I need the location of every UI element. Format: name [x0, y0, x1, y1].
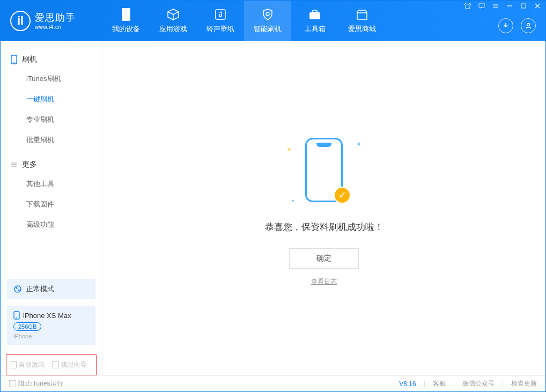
svg-rect-3	[309, 12, 320, 19]
mode-label: 正常模式	[26, 284, 54, 294]
sidebar-header-label: 更多	[22, 160, 37, 169]
app-header: il 爱思助手 www.i4.cn 我的设备 应用游戏 铃声壁纸 智能刷机 工具…	[1, 1, 545, 41]
device-box[interactable]: iPhone XS Max 256GB iPhone	[7, 306, 95, 345]
svg-point-13	[527, 24, 530, 26]
app-name-cn: 爱思助手	[35, 11, 76, 24]
sidebar-item-oneclick-flash[interactable]: 一键刷机	[1, 89, 102, 109]
tab-label: 应用游戏	[159, 24, 187, 34]
minimize-button[interactable]	[506, 2, 513, 10]
device-type: iPhone	[13, 333, 89, 339]
block-itunes-checkbox[interactable]: 阻止iTunes运行	[9, 379, 63, 388]
toolbox-icon	[308, 8, 321, 21]
skip-guide-checkbox[interactable]: 跳过向导	[52, 360, 87, 369]
skin-icon[interactable]	[464, 2, 471, 10]
separator: |	[502, 380, 504, 388]
mode-box[interactable]: 正常模式	[7, 279, 95, 299]
sidebar-item-advanced[interactable]: 高级功能	[1, 215, 102, 235]
tab-label: 我的设备	[112, 24, 140, 34]
auto-activate-label: 自动激活	[19, 361, 45, 368]
shield-icon	[261, 8, 274, 21]
svg-point-20	[16, 287, 18, 289]
music-icon	[214, 8, 227, 21]
version-label: V8.16	[399, 380, 416, 388]
nav-tabs: 我的设备 应用游戏 铃声壁纸 智能刷机 工具箱 爱思商城	[102, 1, 386, 41]
tab-label: 工具箱	[305, 24, 326, 34]
svg-point-19	[14, 286, 21, 292]
device-name: iPhone XS Max	[23, 312, 71, 320]
svg-point-2	[266, 12, 269, 16]
tab-label: 铃声壁纸	[206, 24, 234, 34]
check-update-link[interactable]: 检查更新	[511, 379, 537, 388]
tab-label: 智能刷机	[254, 24, 282, 34]
main-content: ✦ ✦ • ✓ 恭喜您，保资料刷机成功啦！ 确定 查看日志	[102, 41, 545, 375]
sidebar-item-batch-flash[interactable]: 批量刷机	[1, 130, 102, 150]
sidebar-group-flash: 刷机 iTunes刷机 一键刷机 专业刷机 批量刷机	[1, 50, 102, 150]
menu-icon[interactable]	[492, 2, 499, 10]
checkbox-icon	[9, 380, 16, 387]
mode-icon	[13, 285, 22, 293]
sidebar-header-flash: 刷机	[1, 50, 102, 69]
store-icon	[356, 8, 368, 21]
tab-apps-games[interactable]: 应用游戏	[150, 1, 197, 41]
sidebar-item-download-firmware[interactable]: 下载固件	[1, 194, 102, 215]
sparkle-icon: ✦	[286, 146, 292, 153]
ok-button[interactable]: 确定	[289, 248, 359, 269]
tab-my-device[interactable]: 我的设备	[102, 1, 150, 41]
footer-right: V8.16 | 客服 | 微信公众号 | 检查更新	[399, 379, 537, 388]
tab-toolbox[interactable]: 工具箱	[291, 1, 338, 41]
device-storage-badge: 256GB	[13, 322, 41, 331]
checkbox-icon	[52, 361, 59, 368]
check-badge-icon: ✓	[334, 187, 351, 204]
success-illustration: ✦ ✦ • ✓	[276, 130, 372, 210]
maximize-button[interactable]	[520, 2, 527, 10]
sidebar-header-label: 刷机	[22, 55, 37, 64]
sidebar-item-pro-flash[interactable]: 专业刷机	[1, 109, 102, 130]
logo-area: il 爱思助手 www.i4.cn	[1, 11, 102, 31]
checkbox-icon	[10, 361, 17, 368]
separator: |	[453, 380, 455, 388]
svg-rect-5	[479, 3, 484, 8]
cube-icon	[167, 8, 180, 21]
tab-ringtone-wallpaper[interactable]: 铃声壁纸	[197, 1, 244, 41]
view-log-link[interactable]: 查看日志	[311, 277, 337, 286]
svg-point-15	[13, 62, 14, 63]
logo-icon: il	[10, 11, 31, 31]
svg-rect-4	[313, 10, 317, 12]
sidebar-item-itunes-flash[interactable]: iTunes刷机	[1, 69, 102, 89]
feedback-icon[interactable]	[478, 2, 485, 10]
tab-smart-flash[interactable]: 智能刷机	[244, 1, 291, 41]
logo-text: 爱思助手 www.i4.cn	[35, 11, 76, 30]
device-name-row: iPhone XS Max	[13, 311, 89, 320]
svg-rect-0	[122, 8, 130, 21]
window-controls	[464, 2, 541, 10]
sparkle-icon: •	[292, 197, 294, 205]
sidebar: 刷机 iTunes刷机 一键刷机 专业刷机 批量刷机 更多 其他工具 下载固件 …	[1, 41, 102, 375]
sidebar-group-more: 更多 其他工具 下载固件 高级功能	[1, 156, 102, 235]
svg-point-23	[16, 317, 17, 319]
device-icon	[120, 8, 132, 21]
phone-icon	[10, 55, 18, 64]
download-button[interactable]	[498, 18, 513, 33]
skip-guide-label: 跳过向导	[61, 361, 87, 368]
header-action-icons	[498, 18, 536, 33]
user-button[interactable]	[521, 18, 536, 33]
footer-left: 阻止iTunes运行	[9, 379, 63, 388]
options-highlight-box: 自动激活 跳过向导	[6, 354, 97, 375]
sidebar-header-more: 更多	[1, 156, 102, 174]
tab-label: 爱思商城	[348, 24, 376, 34]
customer-service-link[interactable]: 客服	[433, 379, 446, 388]
sparkle-icon: ✦	[356, 140, 361, 148]
wechat-link[interactable]: 微信公众号	[462, 379, 495, 388]
app-name-en: www.i4.cn	[35, 24, 76, 30]
tab-store[interactable]: 爱思商城	[338, 1, 386, 41]
svg-point-21	[18, 290, 20, 291]
list-icon	[10, 161, 18, 168]
block-itunes-label: 阻止iTunes运行	[18, 380, 63, 387]
auto-activate-checkbox[interactable]: 自动激活	[10, 360, 45, 369]
body: 刷机 iTunes刷机 一键刷机 专业刷机 批量刷机 更多 其他工具 下载固件 …	[1, 41, 545, 375]
sidebar-item-other-tools[interactable]: 其他工具	[1, 174, 102, 194]
footer: 阻止iTunes运行 V8.16 | 客服 | 微信公众号 | 检查更新	[1, 375, 545, 391]
separator: |	[424, 380, 425, 388]
svg-rect-10	[521, 4, 526, 8]
close-button[interactable]	[534, 2, 541, 10]
